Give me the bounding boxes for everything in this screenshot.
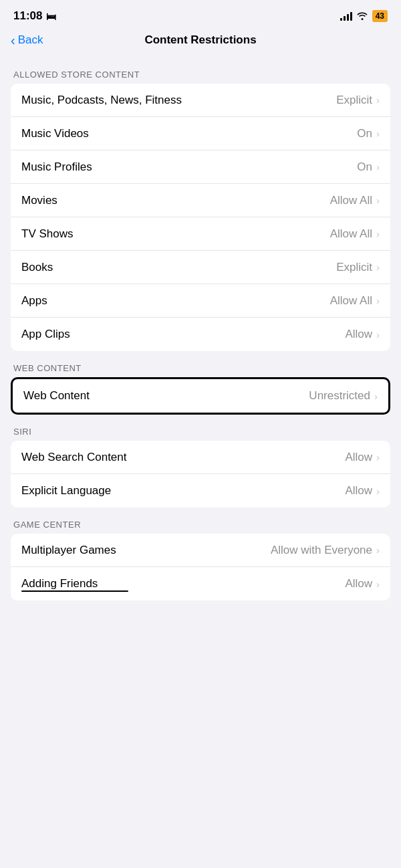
chevron-right-icon: › <box>376 329 380 340</box>
row-label: Multiplayer Games <box>21 544 116 557</box>
row-value-wrap: Allow › <box>345 451 380 464</box>
page-title: Content Restrictions <box>144 33 256 47</box>
row-value: On <box>357 127 372 140</box>
battery-icon: 43 <box>372 10 388 22</box>
chevron-right-icon: › <box>374 391 378 402</box>
settings-group-siri: Web Search Content Allow › Explicit Lang… <box>11 441 390 508</box>
chevron-right-icon: › <box>376 261 380 273</box>
row-value: On <box>357 160 372 174</box>
chevron-right-icon: › <box>376 94 380 106</box>
time-display: 11:08 <box>13 9 42 23</box>
settings-group-game-center: Multiplayer Games Allow with Everyone › … <box>11 534 390 601</box>
row-value: Allow <box>345 328 372 341</box>
row-value: Explicit <box>336 94 372 107</box>
row-value-wrap: Allow › <box>345 484 380 498</box>
status-icons: 43 <box>340 10 388 22</box>
row-value-wrap: Allow All › <box>330 194 380 207</box>
row-value-wrap: Allow with Everyone › <box>271 544 380 557</box>
back-button[interactable]: ‹ Back <box>11 33 43 47</box>
row-value-wrap: Allow All › <box>330 294 380 308</box>
list-item[interactable]: TV Shows Allow All › <box>11 217 390 251</box>
chevron-right-icon: › <box>376 578 380 590</box>
list-item[interactable]: Books Explicit › <box>11 251 390 284</box>
row-value-wrap: On › <box>357 160 380 174</box>
settings-group-allowed-store-content: Music, Podcasts, News, Fitness Explicit … <box>11 84 390 351</box>
list-item[interactable]: Explicit Language Allow › <box>11 474 390 508</box>
row-value: Allow <box>345 577 372 590</box>
settings-group-web-content: Web Content Unrestricted › <box>11 377 390 415</box>
row-value-wrap: Unrestricted › <box>309 389 378 403</box>
row-value-wrap: Explicit › <box>336 261 380 274</box>
wifi-icon <box>356 11 368 22</box>
row-label: Books <box>21 261 53 274</box>
row-label: Web Search Content <box>21 451 127 464</box>
row-label: Movies <box>21 194 57 207</box>
row-label: Music, Podcasts, News, Fitness <box>21 94 182 107</box>
bed-icon: 🛏 <box>46 11 56 22</box>
row-value: Explicit <box>336 261 372 274</box>
list-item[interactable]: Music, Podcasts, News, Fitness Explicit … <box>11 84 390 117</box>
row-label: Music Profiles <box>21 160 92 174</box>
row-value-wrap: Allow › <box>345 577 380 590</box>
chevron-right-icon: › <box>376 544 380 556</box>
chevron-right-icon: › <box>376 228 380 239</box>
row-value: Unrestricted <box>309 389 370 403</box>
chevron-right-icon: › <box>376 195 380 206</box>
row-label: Apps <box>21 294 47 308</box>
row-label: Explicit Language <box>21 484 111 498</box>
back-label: Back <box>18 33 43 47</box>
row-value-wrap: Explicit › <box>336 94 380 107</box>
signal-icon <box>340 11 352 21</box>
section-label-siri: SIRI <box>0 415 401 441</box>
list-item[interactable]: Web Content Unrestricted › <box>13 379 388 413</box>
chevron-right-icon: › <box>376 161 380 173</box>
row-value-wrap: Allow All › <box>330 227 380 241</box>
row-value: Allow All <box>330 294 372 308</box>
list-item[interactable]: Apps Allow All › <box>11 284 390 318</box>
section-label-web-content: WEB CONTENT <box>0 351 401 377</box>
row-label: Music Videos <box>21 127 89 140</box>
row-value: Allow All <box>330 227 372 241</box>
section-label-allowed-store-content: ALLOWED STORE CONTENT <box>0 58 401 84</box>
list-item[interactable]: Web Search Content Allow › <box>11 441 390 474</box>
row-label: App Clips <box>21 328 70 341</box>
list-item[interactable]: Music Videos On › <box>11 117 390 150</box>
row-value: Allow <box>345 451 372 464</box>
row-label: TV Shows <box>21 227 73 241</box>
row-label: Adding Friends <box>21 577 98 590</box>
status-bar: 11:08 🛏 43 <box>0 0 401 28</box>
nav-header: ‹ Back Content Restrictions <box>0 28 401 58</box>
list-item[interactable]: App Clips Allow › <box>11 318 390 351</box>
list-item[interactable]: Multiplayer Games Allow with Everyone › <box>11 534 390 567</box>
chevron-right-icon: › <box>376 295 380 306</box>
list-item[interactable]: Music Profiles On › <box>11 150 390 184</box>
list-item[interactable]: Movies Allow All › <box>11 184 390 217</box>
status-time: 11:08 🛏 <box>13 9 56 23</box>
text-underline-decoration <box>21 590 128 592</box>
chevron-right-icon: › <box>376 451 380 463</box>
chevron-right-icon: › <box>376 485 380 497</box>
battery-level: 43 <box>376 11 384 21</box>
chevron-right-icon: › <box>376 128 380 139</box>
back-chevron-icon: ‹ <box>11 33 15 47</box>
row-value-wrap: On › <box>357 127 380 140</box>
row-value-wrap: Allow › <box>345 328 380 341</box>
row-label: Web Content <box>23 389 90 403</box>
row-value: Allow <box>345 484 372 498</box>
section-label-game-center: GAME CENTER <box>0 508 401 534</box>
row-value: Allow with Everyone <box>271 544 372 557</box>
list-item[interactable]: Adding Friends Allow › <box>11 567 390 601</box>
row-value: Allow All <box>330 194 372 207</box>
